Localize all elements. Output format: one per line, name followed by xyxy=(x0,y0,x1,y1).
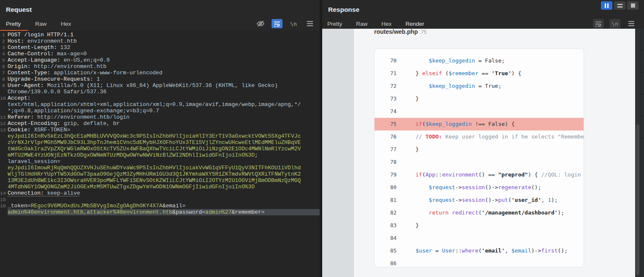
word-wrap-icon[interactable] xyxy=(593,19,604,28)
code-line-number: 82 xyxy=(375,206,397,219)
request-line: 12Accept-Encoding: gzip, deflate, br xyxy=(0,120,320,127)
code-line-number: 76 xyxy=(375,130,397,143)
burp-repeater-window: Request PrettyRawHex \n 1POST /login HTT… xyxy=(0,0,644,277)
line-number xyxy=(0,171,8,177)
code-line: 70 $keep_loggedin = False; xyxy=(375,54,584,67)
editor-scroll-marker-lane[interactable] xyxy=(640,29,644,277)
code-line: 74 xyxy=(375,105,584,118)
line-number: 2 xyxy=(0,38,8,44)
line-number xyxy=(0,184,8,190)
request-line: text/html,application/xhtml+xml,applicat… xyxy=(0,101,320,108)
code-line: 84 xyxy=(375,232,584,244)
request-title: Request xyxy=(6,6,32,14)
response-panel: Response PrettyRawHexRender \n routes/we… xyxy=(322,0,644,277)
line-number: 8 xyxy=(0,76,8,82)
request-tabbar: PrettyRawHex xyxy=(0,18,71,30)
code-line-number: 80 xyxy=(375,181,397,194)
request-line: 15 xyxy=(0,196,320,203)
line-number: 3 xyxy=(0,44,8,51)
request-line: 4Cache-Control: max-age=0 xyxy=(0,51,320,57)
line-number: 13 xyxy=(0,127,8,133)
line-number: 5 xyxy=(0,57,8,63)
code-line-highlighted: 75if($keep_loggedin !== False) { xyxy=(375,118,584,130)
code-line: 81 $request->session()->put('user_id', 1… xyxy=(375,194,584,206)
request-line: eyJpdiI6InRvSkEzL3hQcE1aMHBLUVVVQOxWc3c9… xyxy=(0,133,320,139)
request-line: *;q=0.8,application/signed-exchange;v=b3… xyxy=(0,108,320,114)
code-line-number: 81 xyxy=(375,194,397,206)
tab-pretty[interactable]: Pretty xyxy=(6,18,21,31)
line-number: 15 xyxy=(0,196,8,203)
line-number xyxy=(0,158,8,165)
word-wrap-icon[interactable] xyxy=(272,19,283,28)
code-line: 83} xyxy=(375,219,584,232)
code-line-number: 79 xyxy=(375,168,397,181)
request-line: 4MTdhNGY1OWQONGZmM2JiOGExMzM5MTUwZTgxZDg… xyxy=(0,184,320,190)
code-line: 80 $request->session()->regenerate(); xyxy=(375,181,584,194)
line-number xyxy=(0,177,8,184)
response-title: Response xyxy=(328,6,359,14)
code-line-number: 83 xyxy=(375,219,397,232)
code-line: 77} xyxy=(375,143,584,156)
line-number: 7 xyxy=(0,70,8,76)
stop-button[interactable] xyxy=(627,1,639,10)
file-path: routes/web.php xyxy=(374,28,418,35)
line-number xyxy=(0,133,8,139)
line-number: 4 xyxy=(0,51,8,57)
code-line-number: 72 xyxy=(375,80,397,92)
code-line-number: 77 xyxy=(375,143,397,156)
render-scrollbar[interactable] xyxy=(635,29,640,277)
request-line: admin%40environment.htb,attacker%40envir… xyxy=(0,209,320,215)
request-line: eyJpdiI6ImowRjRqQmhQQUZXVHJuSEhuWDYvaWc9… xyxy=(0,165,320,171)
line-number xyxy=(0,152,8,158)
menu-icon[interactable] xyxy=(626,19,637,28)
request-editor[interactable]: 1POST /login HTTP/1.12Host: environment.… xyxy=(0,31,320,277)
code-line-number: 84 xyxy=(375,232,397,244)
code-snippet-card: 70 $keep_loggedin = False;71} elseif ($r… xyxy=(374,49,584,267)
request-line: mMTU2MWE4YzUONjEzNTkzODgxOWNmNTUzMDQwOWY… xyxy=(0,152,320,158)
line-number xyxy=(0,165,8,171)
line-number: 12 xyxy=(0,120,8,127)
request-panel: Request PrettyRawHex \n 1POST /login HTT… xyxy=(0,0,320,277)
render-scrollbar-thumb[interactable] xyxy=(636,125,639,275)
code-line: 71} elseif ($remember == 'True') { xyxy=(375,67,584,80)
tab-hex[interactable]: Hex xyxy=(61,18,71,31)
line-number xyxy=(0,146,8,152)
code-line-number: 70 xyxy=(375,54,397,67)
menu-icon[interactable] xyxy=(304,19,315,28)
request-line: 7Content-Type: application/x-www-form-ur… xyxy=(0,70,320,76)
pause-button[interactable] xyxy=(601,1,612,10)
code-line: 82 return redirect('/management/dashboar… xyxy=(375,206,584,219)
request-line: 5Accept-Language: en-US,en;q=0.9 xyxy=(0,57,320,63)
request-line: 13Cookie: XSRF-TOKEN= xyxy=(0,127,320,133)
request-line: 8Upgrade-Insecure-Requests: 1 xyxy=(0,76,320,82)
code-line: 73} xyxy=(375,92,584,105)
request-line: 16_token=REgoc9V6MUOxdUsJMbSBVygImoZgOAg… xyxy=(0,203,320,209)
request-line: 13M3E2dUhBWE1kc3I3OWsraHVER3poMWFLYWF1SE… xyxy=(0,177,320,184)
line-number xyxy=(0,108,8,114)
code-line-number: 86 xyxy=(375,257,397,267)
request-line: 2Host: environment.htb xyxy=(0,38,320,44)
stack-button[interactable] xyxy=(614,1,625,10)
error-file-reference: routes/web.php :75 xyxy=(374,28,427,35)
hide-icon[interactable] xyxy=(255,19,266,28)
line-number xyxy=(0,101,8,108)
code-line-number: 78 xyxy=(375,156,397,168)
newline-icon[interactable]: \n xyxy=(288,19,299,28)
line-number: 16 xyxy=(0,203,8,209)
line-number: 9 xyxy=(0,82,8,89)
response-render-view: routes/web.php :75 70 $keep_loggedin = F… xyxy=(322,29,644,277)
code-line: 78 xyxy=(375,156,584,168)
request-line: 1POST /login HTTP/1.1 xyxy=(0,32,320,38)
rendered-page-margin xyxy=(322,29,354,277)
request-line: laravel_session= xyxy=(0,158,320,165)
line-number xyxy=(0,209,8,215)
line-number: 14 xyxy=(0,190,8,196)
request-line: 3Content-Length: 132 xyxy=(0,44,320,51)
newline-icon[interactable]: \n xyxy=(609,19,620,28)
tab-raw[interactable]: Raw xyxy=(35,18,46,31)
request-line: WljTGlHdHRrYUpYTW5XdGOwT3paaO9GejQzM3ZyM… xyxy=(0,171,320,177)
line-number xyxy=(0,139,8,146)
request-line: 6Origin: http://environment.htb xyxy=(0,63,320,70)
line-number xyxy=(0,89,8,95)
line-number: 6 xyxy=(0,63,8,70)
